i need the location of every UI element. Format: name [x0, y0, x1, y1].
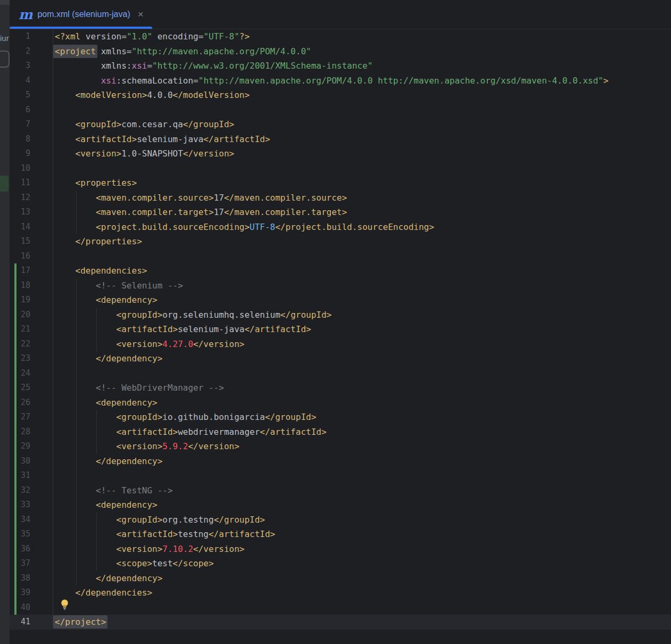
change-marker: [14, 278, 16, 293]
code-line[interactable]: 15 </properties>: [10, 234, 671, 249]
code-line[interactable]: 30 </dependency>: [10, 454, 671, 469]
code-editor[interactable]: 1<?xml version="1.0" encoding="UTF-8"?>2…: [10, 29, 671, 630]
project-panel-edge: iur: [0, 0, 10, 644]
code-line[interactable]: 11 <properties>: [10, 176, 671, 191]
code-line[interactable]: 9 <version>1.0-SNAPSHOT</version>: [10, 146, 671, 161]
code-line[interactable]: 12 <maven.compiler.source>17</maven.comp…: [10, 191, 671, 205]
gutter-cell: 13: [10, 205, 53, 220]
project-tree-highlight-box: [0, 51, 10, 68]
code-line[interactable]: 23 </dependency>: [10, 351, 671, 366]
code-text: xmlns:xsi="http://www.w3.org/2001/XMLSch…: [53, 59, 372, 73]
code-line[interactable]: 39 </dependencies>: [10, 585, 671, 600]
code-line[interactable]: 27 <groupId>io.github.bonigarcia</groupI…: [10, 410, 671, 425]
code-line[interactable]: 34 <groupId>org.testng</groupId>: [10, 513, 671, 527]
code-line[interactable]: 6: [10, 103, 671, 118]
line-number: 2: [10, 44, 53, 59]
code-line[interactable]: 3 xmlns:xsi="http://www.w3.org/2001/XMLS…: [10, 59, 671, 73]
code-line[interactable]: 16: [10, 249, 671, 264]
code-text: <version>1.0-SNAPSHOT</version>: [53, 146, 234, 161]
gutter-cell: 6: [10, 103, 53, 118]
code-text: [53, 103, 55, 118]
code-line[interactable]: 35 <artifactId>testng</artifactId>: [10, 527, 671, 542]
code-line[interactable]: 10: [10, 161, 671, 176]
code-line[interactable]: 7 <groupId>com.cesar.qa</groupId>: [10, 117, 671, 132]
code-line[interactable]: 4 xsi:schemaLocation="http://maven.apach…: [10, 73, 671, 88]
maven-icon: m: [19, 8, 32, 21]
code-text: [53, 161, 55, 176]
code-text: </properties>: [53, 234, 142, 249]
change-marker: [14, 293, 16, 308]
code-line[interactable]: 17 <dependencies>: [10, 263, 671, 278]
line-number: 12: [10, 191, 53, 205]
gutter-cell: 27: [10, 410, 53, 425]
gutter-cell: 29: [10, 439, 53, 454]
code-text: <artifactId>selenium-java</artifactId>: [53, 132, 270, 147]
change-marker: [14, 585, 16, 600]
code-text: [53, 366, 55, 381]
code-text: [53, 249, 55, 264]
code-text: </dependency>: [53, 351, 162, 366]
code-line[interactable]: 29 <version>5.9.2</version>: [10, 439, 671, 454]
code-line[interactable]: 37 <scope>test</scope>: [10, 556, 671, 571]
code-line[interactable]: 8 <artifactId>selenium-java</artifactId>: [10, 132, 671, 147]
code-line[interactable]: 25 <!-- WebDriverManager -->: [10, 381, 671, 395]
code-line[interactable]: 26 <dependency>: [10, 395, 671, 410]
gutter-cell: 19: [10, 293, 53, 308]
line-number: 7: [10, 117, 53, 132]
change-marker: [14, 322, 16, 337]
code-line[interactable]: 19 <dependency>: [10, 293, 671, 308]
gutter-cell: 26: [10, 395, 53, 410]
code-line[interactable]: 36 <version>7.10.2</version>: [10, 542, 671, 557]
code-line[interactable]: 5 <modelVersion>4.0.0</modelVersion>: [10, 88, 671, 103]
code-text: <scope>test</scope>: [53, 556, 214, 571]
line-number: 3: [10, 59, 53, 73]
line-number: 15: [10, 234, 53, 249]
change-marker: [14, 527, 16, 542]
change-marker: [14, 337, 16, 352]
line-number: 5: [10, 88, 53, 103]
gutter-cell: 30: [10, 454, 53, 469]
code-line[interactable]: 24: [10, 366, 671, 381]
project-tree-changed-item[interactable]: [0, 176, 9, 192]
change-marker: [14, 513, 16, 527]
code-line[interactable]: 2<project xmlns="http://maven.apache.org…: [10, 44, 671, 59]
code-text: <version>7.10.2</version>: [53, 542, 244, 557]
change-marker: [14, 468, 16, 483]
code-line[interactable]: 1<?xml version="1.0" encoding="UTF-8"?>: [10, 29, 671, 44]
code-line[interactable]: 31: [10, 468, 671, 483]
project-panel-header-edge: [0, 0, 10, 5]
code-line[interactable]: 40: [10, 600, 671, 615]
change-marker: [14, 410, 16, 425]
gutter-cell: 9: [10, 146, 53, 161]
change-marker: [14, 556, 16, 571]
gutter-cell: 25: [10, 381, 53, 395]
gutter-cell: 17: [10, 263, 53, 278]
intention-bulb-icon[interactable]: [60, 599, 70, 615]
code-line[interactable]: 33 <dependency>: [10, 498, 671, 513]
code-line[interactable]: 28 <artifactId>webdrivermanager</artifac…: [10, 425, 671, 440]
code-line[interactable]: 22 <version>4.27.0</version>: [10, 337, 671, 352]
code-line[interactable]: 21 <artifactId>selenium-java</artifactId…: [10, 322, 671, 337]
gutter-cell: 41: [10, 615, 53, 630]
close-tab-icon[interactable]: ×: [138, 9, 144, 20]
code-line[interactable]: 32 <!-- TestNG -->: [10, 483, 671, 498]
change-marker: [14, 366, 16, 381]
code-line[interactable]: 14 <project.build.sourceEncoding>UTF-8</…: [10, 220, 671, 235]
code-line[interactable]: 38 </dependency>: [10, 571, 671, 586]
change-marker: [14, 425, 16, 440]
code-text: <dependencies>: [53, 263, 147, 278]
gutter-cell: 20: [10, 308, 53, 323]
code-line[interactable]: 20 <groupId>org.seleniumhq.selenium</gro…: [10, 308, 671, 323]
code-line[interactable]: 18 <!-- Selenium -->: [10, 278, 671, 293]
line-number: 9: [10, 146, 53, 161]
gutter-cell: 8: [10, 132, 53, 147]
code-line[interactable]: 41</project>: [10, 615, 671, 630]
gutter-cell: 12: [10, 191, 53, 205]
project-tree-item-partial[interactable]: iur: [0, 32, 10, 44]
gutter-cell: 37: [10, 556, 53, 571]
change-marker: [14, 351, 16, 366]
editor-tab-pom-xml[interactable]: m pom.xml (selenium-java) ×: [10, 0, 152, 29]
gutter-cell: 21: [10, 322, 53, 337]
code-line[interactable]: 13 <maven.compiler.target>17</maven.comp…: [10, 205, 671, 220]
code-text: <dependency>: [53, 293, 158, 308]
